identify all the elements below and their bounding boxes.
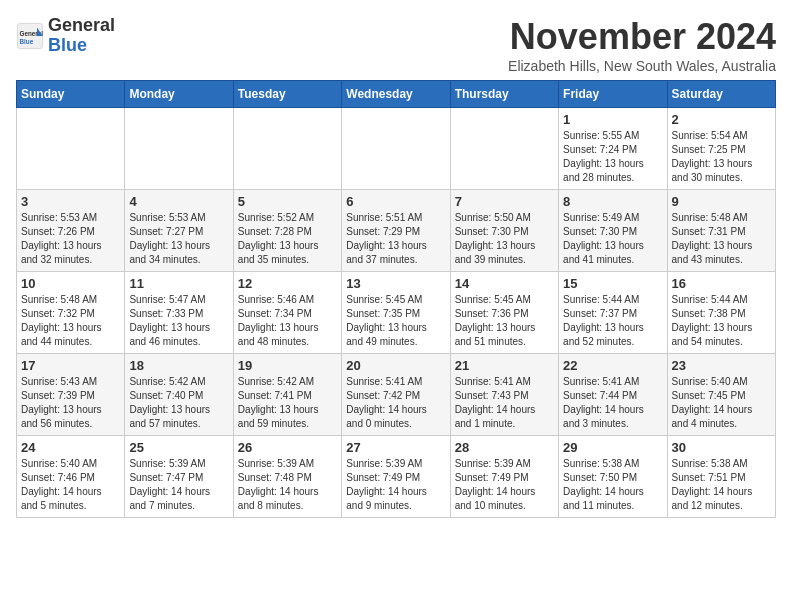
day-number: 21 [455,358,554,373]
calendar-cell [450,108,558,190]
day-number: 16 [672,276,771,291]
calendar-day-header: Sunday [17,81,125,108]
day-info: Sunrise: 5:46 AM Sunset: 7:34 PM Dayligh… [238,293,337,349]
calendar-cell: 26Sunrise: 5:39 AM Sunset: 7:48 PM Dayli… [233,436,341,518]
day-number: 25 [129,440,228,455]
day-info: Sunrise: 5:42 AM Sunset: 7:40 PM Dayligh… [129,375,228,431]
day-number: 27 [346,440,445,455]
day-info: Sunrise: 5:48 AM Sunset: 7:31 PM Dayligh… [672,211,771,267]
calendar-cell: 11Sunrise: 5:47 AM Sunset: 7:33 PM Dayli… [125,272,233,354]
calendar-cell: 20Sunrise: 5:41 AM Sunset: 7:42 PM Dayli… [342,354,450,436]
calendar-cell: 30Sunrise: 5:38 AM Sunset: 7:51 PM Dayli… [667,436,775,518]
calendar-cell: 1Sunrise: 5:55 AM Sunset: 7:24 PM Daylig… [559,108,667,190]
calendar-cell: 19Sunrise: 5:42 AM Sunset: 7:41 PM Dayli… [233,354,341,436]
calendar-week-row: 24Sunrise: 5:40 AM Sunset: 7:46 PM Dayli… [17,436,776,518]
day-number: 24 [21,440,120,455]
calendar-cell: 15Sunrise: 5:44 AM Sunset: 7:37 PM Dayli… [559,272,667,354]
calendar-cell: 25Sunrise: 5:39 AM Sunset: 7:47 PM Dayli… [125,436,233,518]
logo: General Blue General Blue [16,16,115,56]
day-info: Sunrise: 5:50 AM Sunset: 7:30 PM Dayligh… [455,211,554,267]
day-number: 29 [563,440,662,455]
calendar-cell: 16Sunrise: 5:44 AM Sunset: 7:38 PM Dayli… [667,272,775,354]
day-number: 28 [455,440,554,455]
calendar-day-header: Thursday [450,81,558,108]
day-info: Sunrise: 5:45 AM Sunset: 7:35 PM Dayligh… [346,293,445,349]
day-info: Sunrise: 5:53 AM Sunset: 7:27 PM Dayligh… [129,211,228,267]
day-info: Sunrise: 5:53 AM Sunset: 7:26 PM Dayligh… [21,211,120,267]
day-number: 1 [563,112,662,127]
day-number: 12 [238,276,337,291]
calendar-cell [233,108,341,190]
calendar-cell: 4Sunrise: 5:53 AM Sunset: 7:27 PM Daylig… [125,190,233,272]
day-number: 23 [672,358,771,373]
day-number: 11 [129,276,228,291]
day-info: Sunrise: 5:38 AM Sunset: 7:50 PM Dayligh… [563,457,662,513]
logo-blue-text: Blue [48,35,87,55]
calendar-cell: 3Sunrise: 5:53 AM Sunset: 7:26 PM Daylig… [17,190,125,272]
calendar-cell: 18Sunrise: 5:42 AM Sunset: 7:40 PM Dayli… [125,354,233,436]
day-number: 8 [563,194,662,209]
calendar-cell: 27Sunrise: 5:39 AM Sunset: 7:49 PM Dayli… [342,436,450,518]
day-info: Sunrise: 5:48 AM Sunset: 7:32 PM Dayligh… [21,293,120,349]
day-number: 20 [346,358,445,373]
calendar-day-header: Tuesday [233,81,341,108]
day-info: Sunrise: 5:39 AM Sunset: 7:47 PM Dayligh… [129,457,228,513]
calendar-cell: 21Sunrise: 5:41 AM Sunset: 7:43 PM Dayli… [450,354,558,436]
day-info: Sunrise: 5:45 AM Sunset: 7:36 PM Dayligh… [455,293,554,349]
calendar-week-row: 10Sunrise: 5:48 AM Sunset: 7:32 PM Dayli… [17,272,776,354]
calendar-cell: 12Sunrise: 5:46 AM Sunset: 7:34 PM Dayli… [233,272,341,354]
calendar-cell: 17Sunrise: 5:43 AM Sunset: 7:39 PM Dayli… [17,354,125,436]
day-number: 19 [238,358,337,373]
calendar-cell: 7Sunrise: 5:50 AM Sunset: 7:30 PM Daylig… [450,190,558,272]
calendar-cell: 9Sunrise: 5:48 AM Sunset: 7:31 PM Daylig… [667,190,775,272]
calendar-week-row: 3Sunrise: 5:53 AM Sunset: 7:26 PM Daylig… [17,190,776,272]
calendar-cell [125,108,233,190]
calendar-day-header: Saturday [667,81,775,108]
day-info: Sunrise: 5:54 AM Sunset: 7:25 PM Dayligh… [672,129,771,185]
day-info: Sunrise: 5:49 AM Sunset: 7:30 PM Dayligh… [563,211,662,267]
calendar-cell: 28Sunrise: 5:39 AM Sunset: 7:49 PM Dayli… [450,436,558,518]
logo-icon: General Blue [16,22,44,50]
calendar-week-row: 1Sunrise: 5:55 AM Sunset: 7:24 PM Daylig… [17,108,776,190]
day-number: 5 [238,194,337,209]
calendar-table: SundayMondayTuesdayWednesdayThursdayFrid… [16,80,776,518]
month-title: November 2024 [508,16,776,58]
day-info: Sunrise: 5:42 AM Sunset: 7:41 PM Dayligh… [238,375,337,431]
calendar-cell [342,108,450,190]
day-info: Sunrise: 5:39 AM Sunset: 7:49 PM Dayligh… [346,457,445,513]
header: General Blue General Blue November 2024 … [16,16,776,74]
day-number: 6 [346,194,445,209]
calendar-cell: 14Sunrise: 5:45 AM Sunset: 7:36 PM Dayli… [450,272,558,354]
day-number: 17 [21,358,120,373]
calendar-cell: 5Sunrise: 5:52 AM Sunset: 7:28 PM Daylig… [233,190,341,272]
day-number: 13 [346,276,445,291]
day-number: 7 [455,194,554,209]
day-info: Sunrise: 5:38 AM Sunset: 7:51 PM Dayligh… [672,457,771,513]
day-number: 30 [672,440,771,455]
calendar-cell: 29Sunrise: 5:38 AM Sunset: 7:50 PM Dayli… [559,436,667,518]
day-number: 10 [21,276,120,291]
day-info: Sunrise: 5:51 AM Sunset: 7:29 PM Dayligh… [346,211,445,267]
day-info: Sunrise: 5:47 AM Sunset: 7:33 PM Dayligh… [129,293,228,349]
day-info: Sunrise: 5:41 AM Sunset: 7:44 PM Dayligh… [563,375,662,431]
calendar-cell: 24Sunrise: 5:40 AM Sunset: 7:46 PM Dayli… [17,436,125,518]
day-info: Sunrise: 5:39 AM Sunset: 7:48 PM Dayligh… [238,457,337,513]
day-number: 26 [238,440,337,455]
day-info: Sunrise: 5:41 AM Sunset: 7:43 PM Dayligh… [455,375,554,431]
calendar-day-header: Friday [559,81,667,108]
calendar-cell: 8Sunrise: 5:49 AM Sunset: 7:30 PM Daylig… [559,190,667,272]
calendar-cell: 23Sunrise: 5:40 AM Sunset: 7:45 PM Dayli… [667,354,775,436]
day-info: Sunrise: 5:43 AM Sunset: 7:39 PM Dayligh… [21,375,120,431]
day-info: Sunrise: 5:52 AM Sunset: 7:28 PM Dayligh… [238,211,337,267]
day-number: 18 [129,358,228,373]
day-info: Sunrise: 5:39 AM Sunset: 7:49 PM Dayligh… [455,457,554,513]
day-info: Sunrise: 5:40 AM Sunset: 7:45 PM Dayligh… [672,375,771,431]
day-number: 3 [21,194,120,209]
day-number: 22 [563,358,662,373]
day-info: Sunrise: 5:41 AM Sunset: 7:42 PM Dayligh… [346,375,445,431]
logo-general-text: General [48,15,115,35]
svg-text:Blue: Blue [20,37,34,44]
calendar-week-row: 17Sunrise: 5:43 AM Sunset: 7:39 PM Dayli… [17,354,776,436]
calendar-day-header: Wednesday [342,81,450,108]
day-info: Sunrise: 5:55 AM Sunset: 7:24 PM Dayligh… [563,129,662,185]
